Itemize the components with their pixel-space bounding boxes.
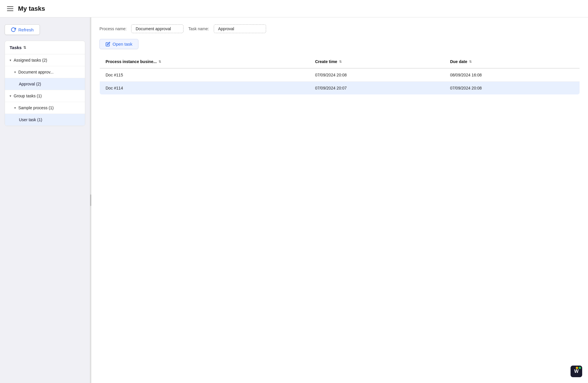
chevron-down-icon: ▾ bbox=[10, 94, 11, 98]
tasks-label: Tasks bbox=[10, 45, 22, 50]
open-task-button[interactable]: Open task bbox=[99, 39, 138, 49]
sidebar-item-user-task[interactable]: User task (1) bbox=[5, 114, 85, 126]
group-tasks-label: Group tasks (1) bbox=[14, 94, 42, 98]
sort-icon-due-date: ⇅ bbox=[469, 60, 472, 64]
chevron-down-icon: ▾ bbox=[14, 70, 16, 74]
cell-due-date: 08/09/2024 16:08 bbox=[444, 68, 580, 82]
open-task-label: Open task bbox=[113, 42, 132, 46]
sidebar: Refresh Tasks ⇅ ▾ Assigned tasks (2) ▾ D… bbox=[0, 17, 90, 383]
tasks-sort-icon[interactable]: ⇅ bbox=[23, 46, 26, 50]
task-panel: Tasks ⇅ ▾ Assigned tasks (2) ▾ Document … bbox=[5, 41, 85, 126]
sidebar-item-sample-process[interactable]: ▾ Sample process (1) bbox=[5, 102, 85, 114]
task-panel-header: Tasks ⇅ bbox=[5, 41, 85, 54]
process-name-label: Process name: bbox=[99, 26, 126, 31]
page-title: My tasks bbox=[18, 5, 45, 12]
user-task-label: User task (1) bbox=[19, 117, 42, 122]
sidebar-item-assigned-tasks[interactable]: ▾ Assigned tasks (2) bbox=[5, 54, 85, 66]
sidebar-item-group-tasks[interactable]: ▾ Group tasks (1) bbox=[5, 90, 85, 102]
chevron-down-icon: ▾ bbox=[14, 106, 16, 110]
main-layout: Refresh Tasks ⇅ ▾ Assigned tasks (2) ▾ D… bbox=[0, 17, 588, 383]
assigned-tasks-label: Assigned tasks (2) bbox=[14, 58, 47, 62]
cell-create-time: 07/09/2024 20:08 bbox=[309, 68, 444, 82]
table-header-row: Process instance busine... ⇅ Create time… bbox=[100, 55, 580, 69]
corner-widget[interactable] bbox=[571, 366, 582, 377]
hamburger-menu-icon[interactable] bbox=[7, 6, 13, 11]
refresh-icon bbox=[11, 27, 16, 32]
approval-label: Approval (2) bbox=[19, 82, 41, 86]
col-create-time[interactable]: Create time ⇅ bbox=[309, 55, 444, 69]
col-business[interactable]: Process instance busine... ⇅ bbox=[100, 55, 309, 69]
table-row[interactable]: Doc #11407/09/2024 20:0707/09/2024 20:08 bbox=[100, 82, 580, 95]
col-business-label: Process instance busine... bbox=[106, 59, 157, 64]
cell-business: Doc #115 bbox=[100, 68, 309, 82]
filter-bar: Process name: Document approval Task nam… bbox=[99, 24, 580, 33]
sort-icon-create-time: ⇅ bbox=[339, 60, 342, 64]
dot-yellow bbox=[576, 367, 578, 369]
cell-create-time: 07/09/2024 20:07 bbox=[309, 82, 444, 95]
task-name-value[interactable]: Approval bbox=[214, 24, 266, 33]
app-header: My tasks bbox=[0, 0, 588, 17]
panel-divider[interactable] bbox=[90, 17, 91, 383]
sample-process-label: Sample process (1) bbox=[18, 105, 54, 110]
col-due-date[interactable]: Due date ⇅ bbox=[444, 55, 580, 69]
task-name-label: Task name: bbox=[188, 26, 209, 31]
sort-icon-business: ⇅ bbox=[158, 60, 161, 64]
chevron-down-icon: ▾ bbox=[10, 58, 11, 62]
process-name-value[interactable]: Document approval bbox=[131, 24, 183, 33]
pencil-icon bbox=[106, 42, 110, 46]
content-area: Process name: Document approval Task nam… bbox=[91, 17, 588, 383]
col-create-time-label: Create time bbox=[315, 59, 337, 64]
col-due-date-label: Due date bbox=[450, 59, 467, 64]
sidebar-item-approval[interactable]: Approval (2) bbox=[5, 78, 85, 90]
dot-green bbox=[579, 367, 581, 369]
tasks-table: Process instance busine... ⇅ Create time… bbox=[99, 55, 580, 95]
cell-business: Doc #114 bbox=[100, 82, 309, 95]
document-approval-label: Document approv... bbox=[18, 70, 54, 74]
cell-due-date: 07/09/2024 20:08 bbox=[444, 82, 580, 95]
refresh-label: Refresh bbox=[18, 27, 34, 32]
sidebar-item-document-approval[interactable]: ▾ Document approv... bbox=[5, 66, 85, 78]
refresh-button[interactable]: Refresh bbox=[5, 24, 40, 35]
table-row[interactable]: Doc #11507/09/2024 20:0808/09/2024 16:08 bbox=[100, 68, 580, 82]
